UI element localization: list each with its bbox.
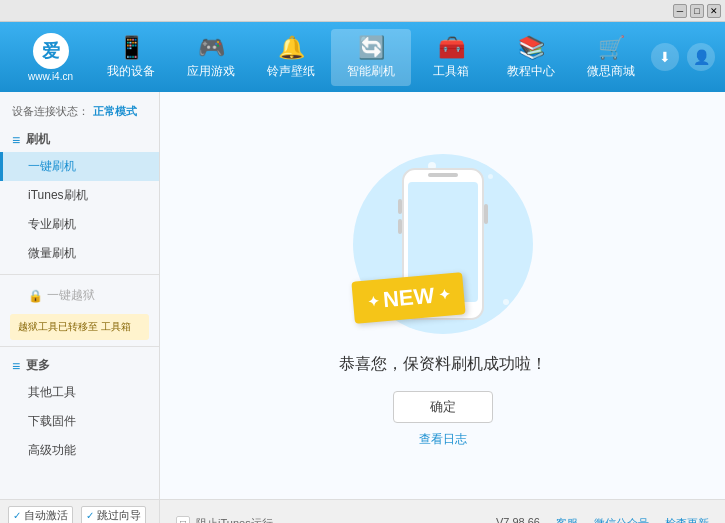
status-right: V7.98.66 客服 微信公众号 检查更新 xyxy=(496,516,709,523)
sidebar-divider-2 xyxy=(0,346,159,347)
main-layout: 设备连接状态： 正常模式 ≡ 刷机 一键刷机 iTunes刷机 专业刷机 微量刷… xyxy=(0,92,725,499)
nav-toolbox[interactable]: 🧰 工具箱 xyxy=(411,29,491,86)
apps-games-icon: 🎮 xyxy=(198,35,225,61)
sidebar: 设备连接状态： 正常模式 ≡ 刷机 一键刷机 iTunes刷机 专业刷机 微量刷… xyxy=(0,92,160,499)
maximize-button[interactable]: □ xyxy=(690,4,704,18)
new-text: NEW xyxy=(381,282,434,312)
title-bar: ─ □ ✕ xyxy=(0,0,725,22)
skip-wizard-tick: ✓ xyxy=(86,510,94,521)
flash-section-icon: ≡ xyxy=(12,132,20,148)
nav-weishi-label: 微思商城 xyxy=(587,63,635,80)
view-log-link[interactable]: 查看日志 xyxy=(419,431,467,448)
header: 爱 www.i4.cn 📱 我的设备 🎮 应用游戏 🔔 铃声壁纸 🔄 智能刷机 … xyxy=(0,22,725,92)
nav-items: 📱 我的设备 🎮 应用游戏 🔔 铃声壁纸 🔄 智能刷机 🧰 工具箱 📚 教程中心… xyxy=(91,29,651,86)
flash-section-label: 刷机 xyxy=(26,131,50,148)
more-section-label: 更多 xyxy=(26,357,50,374)
wechat-link[interactable]: 微信公众号 xyxy=(594,516,649,523)
service-link[interactable]: 客服 xyxy=(556,516,578,523)
success-area: ✦ NEW ✦ 恭喜您，保资料刷机成功啦！ 确定 查看日志 xyxy=(339,144,547,448)
bottom-left-panel: ✓ 自动激活 ✓ 跳过向导 📱 iPhone 12 mini 64GB Down… xyxy=(0,500,160,523)
nav-tutorials[interactable]: 📚 教程中心 xyxy=(491,29,571,86)
nav-smart-flash[interactable]: 🔄 智能刷机 xyxy=(331,29,411,86)
svg-rect-2 xyxy=(428,173,458,177)
nav-tutorials-label: 教程中心 xyxy=(507,63,555,80)
nav-toolbox-label: 工具箱 xyxy=(433,63,469,80)
nav-ringtones-label: 铃声壁纸 xyxy=(267,63,315,80)
svg-rect-5 xyxy=(398,219,402,234)
sparkle-dot-2 xyxy=(488,174,493,179)
nav-ringtones[interactable]: 🔔 铃声壁纸 xyxy=(251,29,331,86)
svg-rect-4 xyxy=(398,199,402,214)
weishi-icon: 🛒 xyxy=(598,35,625,61)
auto-activate-tick: ✓ xyxy=(13,510,21,521)
stop-itunes-checkbox[interactable]: □ xyxy=(176,516,190,523)
toolbox-icon: 🧰 xyxy=(438,35,465,61)
smart-flash-icon: 🔄 xyxy=(358,35,385,61)
close-button[interactable]: ✕ xyxy=(707,4,721,18)
status-value: 正常模式 xyxy=(93,104,137,119)
bottom-section: ✓ 自动激活 ✓ 跳过向导 📱 iPhone 12 mini 64GB Down… xyxy=(0,499,725,523)
sidebar-divider-1 xyxy=(0,274,159,275)
flash-section-header: ≡ 刷机 xyxy=(0,127,159,152)
jailbreak-note: 越狱工具已转移至 工具箱 xyxy=(10,314,149,340)
checkboxes-row: ✓ 自动激活 ✓ 跳过向导 xyxy=(8,504,151,523)
stop-itunes-text: 阻止iTunes运行 xyxy=(196,517,273,523)
success-message: 恭喜您，保资料刷机成功啦！ xyxy=(339,354,547,375)
sparkle-right: ✦ xyxy=(437,286,450,303)
sidebar-item-pro-flash[interactable]: 专业刷机 xyxy=(0,210,159,239)
sparkle-left: ✦ xyxy=(366,292,379,309)
version-label: V7.98.66 xyxy=(496,516,540,523)
auto-activate-label: 自动激活 xyxy=(24,508,68,523)
tutorials-icon: 📚 xyxy=(518,35,545,61)
minimize-button[interactable]: ─ xyxy=(673,4,687,18)
sidebar-item-advanced[interactable]: 高级功能 xyxy=(0,436,159,465)
logo-area: 爱 www.i4.cn xyxy=(10,33,91,82)
update-link[interactable]: 检查更新 xyxy=(665,516,709,523)
nav-smart-flash-label: 智能刷机 xyxy=(347,63,395,80)
skip-wizard-label: 跳过向导 xyxy=(97,508,141,523)
logo-icon: 爱 xyxy=(33,33,69,69)
sidebar-jailbreak-section: 🔒 一键越狱 xyxy=(0,281,159,310)
main-content: ✦ NEW ✦ 恭喜您，保资料刷机成功啦！ 确定 查看日志 xyxy=(160,92,725,499)
sidebar-item-other-tools[interactable]: 其他工具 xyxy=(0,378,159,407)
nav-right: ⬇ 👤 xyxy=(651,43,715,71)
sidebar-item-recover-flash[interactable]: 微量刷机 xyxy=(0,239,159,268)
more-section-header: ≡ 更多 xyxy=(0,353,159,378)
nav-apps-games-label: 应用游戏 xyxy=(187,63,235,80)
auto-activate-checkbox[interactable]: ✓ 自动激活 xyxy=(8,506,73,523)
bottom-right-panel: □ 阻止iTunes运行 V7.98.66 客服 微信公众号 检查更新 xyxy=(160,500,725,523)
phone-illustration: ✦ NEW ✦ xyxy=(343,144,543,344)
ringtones-icon: 🔔 xyxy=(278,35,305,61)
nav-my-device-label: 我的设备 xyxy=(107,63,155,80)
nav-weishi[interactable]: 🛒 微思商城 xyxy=(571,29,651,86)
user-button[interactable]: 👤 xyxy=(687,43,715,71)
svg-rect-6 xyxy=(484,204,488,224)
my-device-icon: 📱 xyxy=(118,35,145,61)
device-status: 设备连接状态： 正常模式 xyxy=(0,100,159,127)
more-section-icon: ≡ xyxy=(12,358,20,374)
skip-wizard-checkbox[interactable]: ✓ 跳过向导 xyxy=(81,506,146,523)
nav-apps-games[interactable]: 🎮 应用游戏 xyxy=(171,29,251,86)
nav-my-device[interactable]: 📱 我的设备 xyxy=(91,29,171,86)
status-label: 设备连接状态： xyxy=(12,104,89,119)
sparkle-dot-3 xyxy=(503,299,509,305)
sidebar-item-one-click-flash[interactable]: 一键刷机 xyxy=(0,152,159,181)
sidebar-item-itunes-flash[interactable]: iTunes刷机 xyxy=(0,181,159,210)
sidebar-item-download-firmware[interactable]: 下载固件 xyxy=(0,407,159,436)
confirm-button[interactable]: 确定 xyxy=(393,391,493,423)
download-button[interactable]: ⬇ xyxy=(651,43,679,71)
stop-itunes-label: □ 阻止iTunes运行 xyxy=(176,516,273,523)
new-banner: ✦ NEW ✦ xyxy=(351,272,466,324)
logo-subtext: www.i4.cn xyxy=(28,71,73,82)
